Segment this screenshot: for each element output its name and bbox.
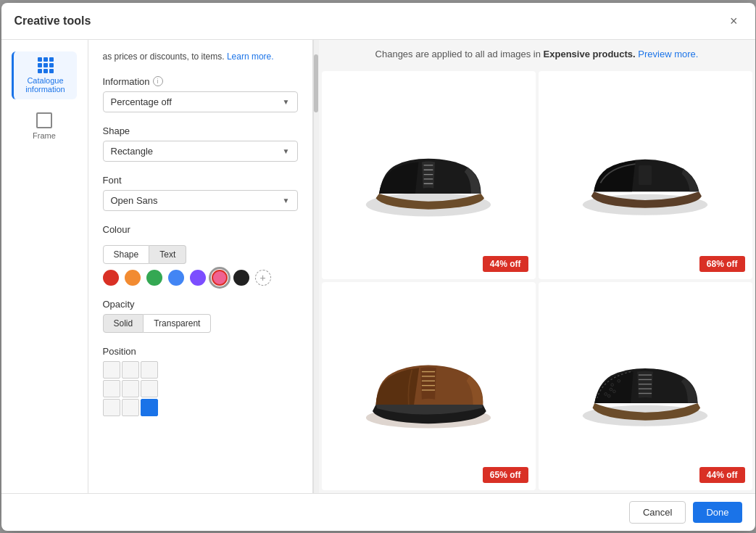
colour-section: Colour Shape Text: [103, 224, 298, 286]
information-label: Information i: [103, 76, 298, 87]
position-cell-0[interactable]: [103, 361, 120, 379]
close-button[interactable]: ×: [726, 13, 742, 29]
font-section: Font Open Sans ▼: [103, 175, 298, 211]
swatch-orange[interactable]: [125, 270, 141, 286]
information-dropdown[interactable]: Percentage off ▼: [103, 91, 298, 112]
left-panel: as prices or discounts, to items. Learn …: [88, 40, 313, 493]
preview-notice: Changes are applied to all ad images in …: [319, 40, 755, 68]
shape-dropdown-arrow-icon: ▼: [283, 147, 290, 155]
colour-tabs: Shape Text: [103, 245, 298, 264]
image-card-2: 65% off: [322, 282, 536, 490]
image-card-3: 44% off: [539, 282, 752, 490]
sidebar: Catalogue information Frame: [1, 40, 88, 493]
sidebar-item-label-frame: Frame: [33, 131, 56, 140]
position-cell-5[interactable]: [141, 380, 158, 397]
swatch-add-button[interactable]: +: [255, 270, 271, 286]
colour-swatches: +: [103, 270, 298, 286]
opacity-section: Opacity Solid Transparent: [103, 299, 298, 333]
opacity-tab-transparent[interactable]: Transparent: [144, 314, 211, 333]
colour-tab-shape[interactable]: Shape: [103, 245, 150, 264]
sidebar-item-label-catalogue: Catalogue information: [21, 76, 70, 94]
sidebar-item-catalogue-information[interactable]: Catalogue information: [12, 51, 77, 99]
modal-body: Catalogue information Frame as prices or…: [1, 40, 755, 493]
opacity-tab-solid[interactable]: Solid: [103, 314, 144, 333]
shape-section: Shape Rectangle ▼: [103, 125, 298, 162]
position-cell-6[interactable]: [103, 399, 120, 416]
position-cell-3[interactable]: [103, 380, 120, 397]
colour-tab-text[interactable]: Text: [149, 245, 186, 264]
images-grid: 44% off: [319, 68, 755, 493]
font-dropdown[interactable]: Open Sans ▼: [103, 190, 298, 211]
shape-dropdown[interactable]: Rectangle ▼: [103, 141, 298, 162]
position-cell-8[interactable]: [141, 399, 158, 416]
frame-icon: [36, 112, 52, 128]
information-section: Information i Percentage off ▼: [103, 76, 298, 112]
sidebar-item-frame[interactable]: Frame: [12, 107, 77, 146]
position-cell-7[interactable]: [122, 399, 139, 416]
dropdown-arrow-icon: ▼: [283, 98, 290, 106]
position-label: Position: [103, 346, 298, 357]
shape-label: Shape: [103, 125, 298, 136]
information-info-icon[interactable]: i: [153, 76, 163, 86]
grid-icon: [38, 57, 54, 73]
shoe-image-1: [573, 123, 718, 228]
badge-2: 65% off: [483, 467, 528, 483]
swatch-green[interactable]: [146, 270, 162, 286]
badge-1: 68% off: [699, 256, 745, 272]
position-cell-4[interactable]: [122, 380, 139, 397]
intro-text: as prices or discounts, to items. Learn …: [103, 40, 298, 63]
creative-tools-modal: Creative tools × Catalogue information F…: [1, 3, 755, 531]
shoe-image-2: [356, 334, 501, 439]
swatch-black[interactable]: [233, 270, 249, 286]
position-cell-2[interactable]: [141, 361, 158, 379]
badge-3: 44% off: [699, 467, 745, 483]
position-cell-1[interactable]: [122, 361, 139, 379]
swatch-pink[interactable]: [212, 270, 228, 286]
learn-more-link[interactable]: Learn more.: [227, 51, 274, 62]
swatch-purple[interactable]: [190, 270, 206, 286]
badge-0: 44% off: [483, 256, 528, 272]
done-button[interactable]: Done: [693, 502, 742, 523]
shoe-image-0: [356, 123, 501, 228]
font-dropdown-arrow-icon: ▼: [283, 197, 290, 204]
right-panel: Changes are applied to all ad images in …: [319, 40, 755, 493]
image-card-1: 68% off: [539, 71, 752, 279]
modal-header: Creative tools ×: [1, 3, 755, 40]
cancel-button[interactable]: Cancel: [629, 501, 686, 524]
notice-product: Expensive products.: [544, 49, 636, 59]
svg-rect-7: [639, 165, 652, 184]
left-panel-content: as prices or discounts, to items. Learn …: [88, 40, 312, 431]
position-section: Position: [103, 346, 298, 416]
shoe-image-3: [573, 334, 718, 439]
position-grid: [103, 361, 298, 416]
modal-title: Creative tools: [14, 15, 91, 28]
scroll-thumb[interactable]: [314, 54, 318, 112]
scroll-track: [313, 40, 319, 493]
font-label: Font: [103, 175, 298, 186]
image-card-0: 44% off: [322, 71, 536, 279]
swatch-red[interactable]: [103, 270, 119, 286]
preview-more-link[interactable]: Preview more.: [638, 49, 698, 59]
opacity-tabs: Solid Transparent: [103, 314, 298, 333]
modal-footer: Cancel Done: [1, 493, 755, 531]
opacity-label: Opacity: [103, 299, 298, 310]
swatch-blue[interactable]: [168, 270, 184, 286]
colour-label: Colour: [103, 224, 298, 235]
